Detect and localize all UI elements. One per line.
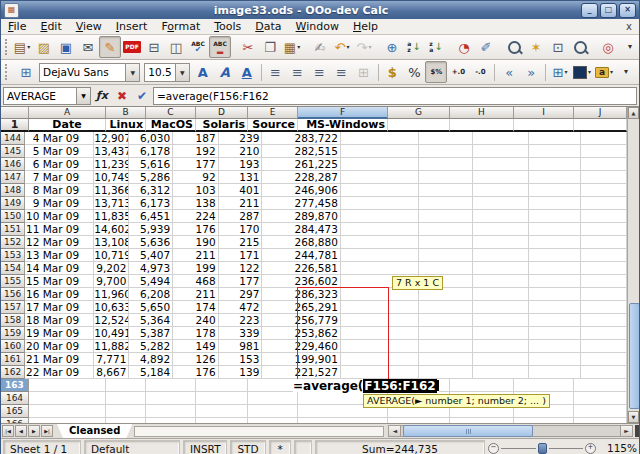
- cell[interactable]: 6 Mar 09: [25, 158, 94, 171]
- cell[interactable]: [581, 275, 627, 288]
- cell[interactable]: [581, 353, 627, 366]
- dropdown-arrow-icon[interactable]: ▾: [297, 44, 300, 50]
- cell[interactable]: [581, 288, 627, 301]
- cell[interactable]: 18 Mar 09: [25, 314, 94, 327]
- cell[interactable]: [581, 197, 627, 210]
- cell[interactable]: 10,719: [94, 249, 129, 262]
- cell[interactable]: [419, 327, 473, 340]
- row-header-155[interactable]: 155: [1, 275, 25, 288]
- menu-window[interactable]: Window: [289, 19, 346, 34]
- cell[interactable]: 211: [173, 249, 219, 262]
- cell[interactable]: 283,722: [262, 132, 340, 145]
- chevron-down-icon[interactable]: ▼: [175, 64, 189, 81]
- cell[interactable]: 277,458: [262, 197, 340, 210]
- email-button[interactable]: ✉: [77, 36, 99, 58]
- cell[interactable]: [419, 236, 473, 249]
- cell[interactable]: 12,524: [94, 314, 129, 327]
- cell[interactable]: [298, 418, 388, 423]
- cell[interactable]: 17 Mar 09: [25, 301, 94, 314]
- cell[interactable]: 401: [219, 184, 263, 197]
- cell[interactable]: 6,030: [129, 132, 173, 145]
- dropdown-arrow-icon[interactable]: ▾: [610, 69, 613, 75]
- cell[interactable]: [473, 171, 529, 184]
- cell[interactable]: [581, 223, 627, 236]
- page-style-indicator[interactable]: Default: [84, 440, 180, 454]
- row-header-152[interactable]: 152: [1, 236, 25, 249]
- cell[interactable]: 6,208: [129, 288, 173, 301]
- minimize-button[interactable]: _: [581, 3, 598, 18]
- cell[interactable]: [473, 262, 529, 275]
- save-button[interactable]: ▣: [55, 36, 77, 58]
- cell[interactable]: [419, 353, 473, 366]
- cell[interactable]: 8 Mar 09: [25, 184, 94, 197]
- spelling-button[interactable]: ABC✔: [187, 36, 209, 58]
- cell[interactable]: 12,907: [94, 132, 129, 145]
- cell[interactable]: [450, 379, 514, 392]
- bold-button[interactable]: A: [192, 61, 214, 83]
- add-decimal-place-button[interactable]: +.0: [447, 61, 469, 83]
- cell[interactable]: [106, 405, 146, 418]
- cell[interactable]: 472: [219, 301, 263, 314]
- cell[interactable]: [341, 301, 419, 314]
- scroll-right-icon[interactable]: ►: [620, 426, 632, 436]
- undo-button[interactable]: ↶▾: [331, 36, 353, 58]
- cell[interactable]: 6,178: [129, 145, 173, 158]
- cell[interactable]: [581, 301, 627, 314]
- cell[interactable]: 14,602: [94, 223, 129, 236]
- cell[interactable]: [341, 184, 419, 197]
- number-format-standard-button[interactable]: $%: [425, 61, 447, 83]
- styles-window-icon[interactable]: ⊞: [15, 61, 37, 83]
- cell[interactable]: 211: [219, 197, 263, 210]
- scroll-down-icon[interactable]: ▼: [628, 411, 639, 423]
- cell[interactable]: [529, 275, 581, 288]
- cell[interactable]: 10,633: [94, 301, 129, 314]
- first-sheet-icon[interactable]: |◀: [2, 425, 14, 437]
- print-button[interactable]: ⊟: [143, 36, 165, 58]
- border-color-button[interactable]: ▾: [571, 61, 593, 83]
- cell[interactable]: 6,173: [129, 197, 173, 210]
- scroll-left-icon[interactable]: ◄: [389, 426, 401, 436]
- cell[interactable]: [529, 171, 581, 184]
- cell[interactable]: [196, 379, 248, 392]
- row-header-159[interactable]: 159: [1, 327, 25, 340]
- italic-button[interactable]: A: [214, 61, 236, 83]
- page-preview-button[interactable]: ◫: [165, 36, 187, 58]
- cell[interactable]: [514, 418, 574, 423]
- cell[interactable]: [473, 197, 529, 210]
- cell[interactable]: 199: [173, 262, 219, 275]
- cell[interactable]: [473, 353, 529, 366]
- cell[interactable]: 16 Mar 09: [25, 288, 94, 301]
- cell[interactable]: [341, 262, 419, 275]
- cell[interactable]: 138: [173, 197, 219, 210]
- toolbar-options-button[interactable]: ▾: [619, 36, 640, 58]
- cell[interactable]: [473, 340, 529, 353]
- background-color-button[interactable]: a▾: [593, 61, 615, 83]
- row-header-144[interactable]: 144: [1, 132, 25, 145]
- cell[interactable]: [529, 249, 581, 262]
- dropdown-arrow-icon[interactable]: ▾: [368, 44, 371, 50]
- menu-file[interactable]: File: [1, 19, 33, 34]
- cell[interactable]: 339: [219, 327, 263, 340]
- cell[interactable]: 139: [219, 366, 263, 379]
- row-header-157[interactable]: 157: [1, 301, 25, 314]
- export-pdf-button[interactable]: PDF: [121, 36, 143, 58]
- sort-descending-button[interactable]: za↓: [425, 36, 447, 58]
- cell[interactable]: 4,973: [129, 262, 173, 275]
- cell[interactable]: [581, 184, 627, 197]
- cell[interactable]: [529, 301, 581, 314]
- row-header-164[interactable]: 164: [1, 392, 29, 405]
- cell[interactable]: Source: [248, 119, 298, 132]
- toolbar-grip[interactable]: [5, 64, 11, 80]
- delete-decimal-place-button[interactable]: -.0: [469, 61, 491, 83]
- cell[interactable]: [341, 314, 419, 327]
- cell[interactable]: [248, 379, 298, 392]
- merge-cells-button[interactable]: ⊞: [353, 61, 375, 83]
- hyperlink-button[interactable]: ⊕: [381, 36, 403, 58]
- horizontal-scrollbar[interactable]: ◄ ►: [388, 425, 633, 437]
- row-header-153[interactable]: 153: [1, 249, 25, 262]
- toolbar-options-button[interactable]: ▾: [615, 61, 637, 83]
- cell[interactable]: [29, 392, 106, 405]
- row-header-146[interactable]: 146: [1, 158, 25, 171]
- sum-indicator[interactable]: Sum=244,735: [315, 440, 485, 454]
- column-header-B[interactable]: B: [106, 107, 146, 119]
